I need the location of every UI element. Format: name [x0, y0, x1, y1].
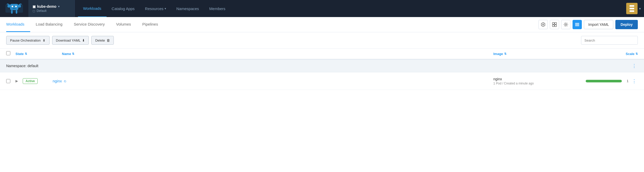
name-header-label[interactable]: Name ⇅ [62, 52, 493, 56]
subnav: Workloads Load Balancing Service Discove… [0, 17, 644, 32]
namespace-icon: ▢ [33, 9, 35, 13]
nav-links: Workloads Catalog Apps Resources ▾ Names… [75, 0, 234, 17]
cluster-name: kube-demo [37, 4, 57, 9]
tab-load-balancing[interactable]: Load Balancing [30, 17, 68, 32]
logo-area [0, 3, 28, 14]
row-image-cell: nginx 1 Pod / Created a minute ago [493, 77, 581, 85]
delete-icon: 🗑 [107, 38, 110, 42]
pause-orchestration-button[interactable]: Pause Orchestration ⏸ [6, 36, 50, 45]
col-image-header: Image ⇅ [493, 52, 581, 56]
svg-rect-14 [552, 25, 554, 27]
image-name: nginx [493, 77, 581, 81]
pod-view-icon [541, 22, 545, 27]
search-input[interactable] [584, 38, 634, 42]
nav-resources-label: Resources [145, 6, 164, 11]
svg-rect-19 [575, 26, 579, 26]
cluster-chevron-icon: ▾ [58, 5, 60, 8]
row-more-button[interactable]: ⋮ [631, 77, 638, 85]
row-expand-icon[interactable]: ▶ [15, 79, 18, 83]
svg-rect-3 [18, 5, 21, 7]
scale-bar [586, 80, 622, 82]
namespace-group-header: Namespace: default ⋮ [0, 59, 644, 72]
nav-resources[interactable]: Resources ▾ [140, 0, 171, 17]
col-state-header: State ⇅ [15, 52, 62, 56]
svg-point-16 [565, 24, 567, 25]
image-sort-icon: ⇅ [504, 52, 506, 56]
state-header-label[interactable]: State ⇅ [15, 52, 62, 56]
nav-catalog-apps[interactable]: Catalog Apps [107, 0, 140, 17]
col-check-header [6, 51, 15, 56]
svg-point-7 [14, 8, 16, 9]
download-label: Download YAML [56, 38, 81, 42]
topnav: ▣ kube-demo ▾ ▢ Default Workloads Catalo… [0, 0, 644, 17]
nav-right: ▾ [626, 0, 644, 17]
config-view-icon [564, 22, 568, 27]
download-icon: ⬇ [82, 38, 85, 42]
tab-pipelines[interactable]: Pipelines [137, 17, 164, 32]
image-header-label[interactable]: Image ⇅ [493, 52, 581, 56]
nav-resources-arrow-icon: ▾ [165, 7, 166, 10]
svg-point-6 [13, 8, 14, 9]
svg-rect-2 [7, 5, 11, 7]
nav-namespaces[interactable]: Namespaces [171, 0, 204, 17]
status-badge: Active [23, 78, 38, 84]
svg-point-5 [15, 6, 17, 7]
svg-rect-9 [16, 10, 17, 14]
deploy-button[interactable]: Deploy [615, 20, 638, 29]
download-yaml-button[interactable]: Download YAML ⬇ [52, 36, 89, 45]
state-sort-icon: ⇅ [25, 52, 27, 56]
row-check-cell [6, 79, 15, 83]
delete-button[interactable]: Delete 🗑 [91, 36, 114, 45]
tab-service-discovery[interactable]: Service Discovery [68, 17, 110, 32]
logo-icon [5, 3, 23, 14]
tab-volumes[interactable]: Volumes [110, 17, 137, 32]
search-box [581, 36, 638, 45]
tab-workloads[interactable]: Workloads [6, 17, 30, 32]
svg-rect-17 [575, 23, 579, 24]
pause-label: Pause Orchestration [10, 38, 41, 42]
view-config-icon-btn[interactable] [561, 20, 570, 29]
cluster-info[interactable]: ▣ kube-demo ▾ ▢ Default [28, 0, 75, 17]
image-meta: 1 Pod / Created a minute ago [493, 82, 581, 85]
svg-marker-10 [541, 22, 545, 27]
svg-point-4 [12, 6, 13, 7]
row-more-icon: ⋮ [632, 78, 637, 84]
svg-rect-1 [10, 4, 18, 10]
row-state-cell: Active [23, 78, 53, 84]
col-scale-header: Scale ⇅ [581, 52, 638, 56]
group-view-icon [552, 22, 557, 27]
select-all-checkbox[interactable] [6, 51, 10, 55]
view-list-icon-btn[interactable] [573, 20, 582, 29]
import-yaml-label: Import YAML [588, 22, 609, 27]
col-name-header: Name ⇅ [62, 52, 493, 56]
nav-members[interactable]: Members [204, 0, 231, 17]
user-avatar[interactable] [626, 3, 638, 14]
avatar-icon [630, 5, 634, 12]
view-pod-icon-btn[interactable] [538, 20, 548, 29]
workload-link-icon[interactable]: ⎋ [64, 79, 66, 83]
deploy-label: Deploy [621, 22, 633, 27]
cluster-icon: ▣ [33, 5, 36, 9]
name-sort-icon: ⇅ [72, 52, 74, 56]
svg-point-11 [542, 24, 544, 25]
view-group-icon-btn[interactable] [550, 20, 559, 29]
scale-header-label[interactable]: Scale ⇅ [581, 52, 638, 56]
pause-icon: ⏸ [42, 38, 46, 42]
namespace-more-icon: ⋮ [632, 63, 637, 69]
row-checkbox[interactable] [6, 79, 10, 83]
row-expand-cell: ▶ [15, 79, 23, 83]
import-yaml-button[interactable]: Import YAML [584, 20, 613, 29]
table-header: State ⇅ Name ⇅ Image ⇅ Scale ⇅ [0, 49, 644, 59]
namespace-more-button[interactable]: ⋮ [631, 62, 638, 69]
svg-rect-18 [575, 24, 579, 25]
scale-count: 1 [624, 79, 629, 83]
subnav-tabs: Workloads Load Balancing Service Discove… [6, 17, 538, 32]
user-chevron-icon: ▾ [639, 7, 641, 11]
svg-rect-13 [555, 22, 557, 24]
table-row: ▶ Active nginx ⎋ nginx 1 Pod / Created a… [0, 72, 644, 90]
svg-rect-8 [11, 10, 13, 14]
subnav-actions: Import YAML Deploy [538, 20, 638, 29]
workload-name-link[interactable]: nginx [53, 79, 62, 83]
nav-workloads[interactable]: Workloads [78, 0, 107, 17]
svg-rect-15 [555, 25, 557, 27]
